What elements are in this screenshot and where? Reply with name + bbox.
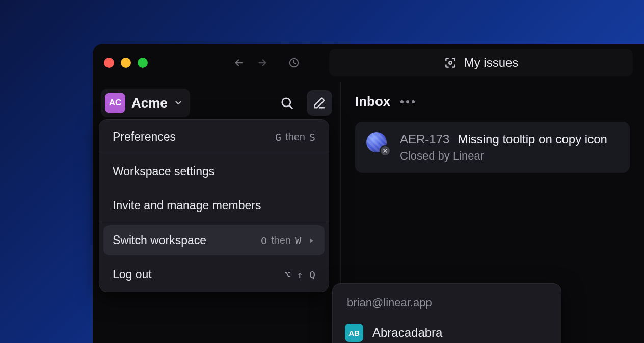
- history-button[interactable]: [285, 54, 303, 71]
- workspace-name: Acme: [131, 95, 168, 111]
- menu-item-preferences[interactable]: Preferences G then S: [99, 120, 329, 154]
- dots-icon: [400, 100, 404, 103]
- issue-id: AER-173: [400, 132, 449, 146]
- workspace-dropdown: Preferences G then S Workspace settings …: [99, 119, 329, 292]
- inbox-item[interactable]: AER-173 Missing tooltip on copy icon Clo…: [355, 122, 630, 173]
- menu-item-shortcut: ⌥ ⇧ Q: [285, 269, 315, 281]
- menu-item-workspace-settings[interactable]: Workspace settings: [99, 154, 329, 189]
- menu-item-label: Invite and manage members: [113, 199, 261, 213]
- svg-point-1: [449, 61, 451, 64]
- issue-text: AER-173 Missing tooltip on copy icon Clo…: [400, 132, 607, 163]
- closed-badge-icon: [380, 145, 391, 156]
- page-context-bar[interactable]: My issues: [329, 49, 633, 76]
- titlebar: My issues: [93, 44, 644, 82]
- nav-back-button[interactable]: [230, 54, 248, 71]
- close-window-icon[interactable]: [104, 58, 114, 68]
- focus-icon: [444, 56, 457, 69]
- sidebar: AC Acme Preferences G then: [93, 82, 340, 343]
- compose-button[interactable]: [307, 90, 332, 116]
- search-button[interactable]: [274, 90, 300, 116]
- workspace-switcher-button[interactable]: AC Acme: [101, 89, 190, 117]
- menu-item-switch-workspace[interactable]: Switch workspace O then W: [103, 225, 325, 255]
- traffic-lights: [104, 58, 148, 68]
- page-title: My issues: [464, 56, 519, 70]
- svg-point-2: [282, 98, 290, 107]
- menu-item-label: Switch workspace: [113, 233, 206, 247]
- workspace-avatar: AB: [345, 324, 363, 342]
- menu-item-invite-members[interactable]: Invite and manage members: [99, 189, 329, 223]
- nav-forward-button[interactable]: [254, 54, 271, 71]
- compose-icon: [312, 96, 327, 110]
- zoom-window-icon[interactable]: [138, 58, 148, 68]
- minimize-window-icon[interactable]: [121, 58, 131, 68]
- inbox-title: Inbox: [355, 94, 390, 110]
- workspace-option-abracadabra[interactable]: AB Abracadabra: [337, 318, 557, 343]
- menu-item-shortcut: G then S: [275, 131, 315, 143]
- issue-avatar: [366, 132, 389, 154]
- switch-workspace-submenu: brian@linear.app AB Abracadabra AC Acme: [332, 283, 561, 343]
- search-icon: [280, 96, 294, 110]
- account-email: brian@linear.app: [337, 294, 557, 318]
- menu-item-label: Preferences: [113, 130, 176, 144]
- chevron-down-icon: [174, 98, 183, 108]
- menu-item-label: Workspace settings: [113, 165, 214, 178]
- menu-item-label: Log out: [113, 268, 152, 281]
- issue-status: Closed by Linear: [400, 149, 607, 163]
- menu-item-shortcut: O then W: [261, 234, 301, 247]
- workspace-avatar: AC: [105, 93, 125, 113]
- menu-item-log-out[interactable]: Log out ⌥ ⇧ Q: [99, 257, 329, 292]
- submenu-arrow-icon: [307, 236, 315, 245]
- workspace-option-label: Abracadabra: [372, 326, 442, 340]
- issue-title: Missing tooltip on copy icon: [458, 132, 607, 146]
- more-button[interactable]: [400, 100, 415, 103]
- body: AC Acme Preferences G then: [93, 82, 644, 343]
- app-window: My issues AC Acme Preferen: [93, 44, 644, 343]
